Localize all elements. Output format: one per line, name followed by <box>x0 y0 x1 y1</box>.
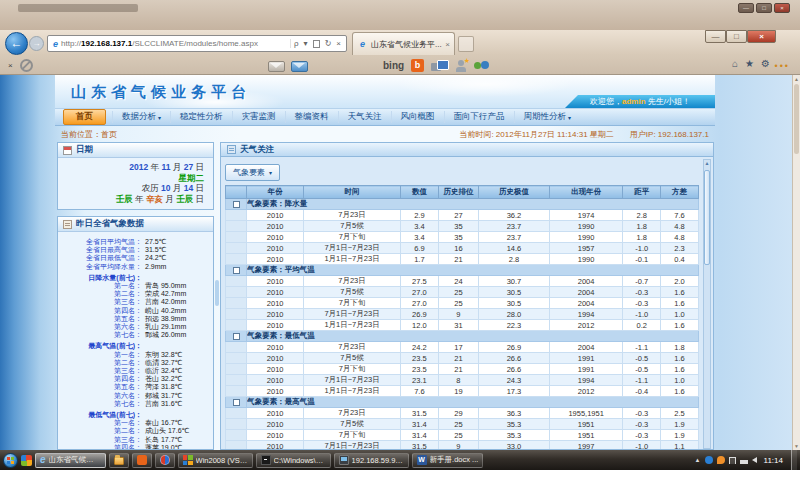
column-header[interactable]: 时间 <box>304 186 401 199</box>
scrollbar-thumb[interactable] <box>794 84 799 154</box>
bing-logo[interactable]: bing <box>383 60 404 71</box>
close-icon[interactable]: × <box>774 3 790 13</box>
tray-app-icon[interactable] <box>705 456 713 464</box>
checkbox-icon[interactable] <box>233 201 240 208</box>
column-header[interactable]: 历史极值 <box>479 186 550 199</box>
scrollbar-thumb[interactable] <box>704 170 710 265</box>
table-row[interactable]: 20107月1日~7月23日23.1824.31994-1.11.0 <box>226 375 699 386</box>
taskbar-button[interactable] <box>155 453 175 468</box>
hidden-icons-button[interactable]: ▲ <box>695 457 701 463</box>
nav-item-home[interactable]: 首页 <box>63 109 106 125</box>
people-icon[interactable] <box>474 60 489 72</box>
refresh-icon[interactable]: ↻ <box>325 39 332 48</box>
pinwheel-app-icon[interactable] <box>21 455 32 466</box>
nav-item[interactable]: 灾害监测 <box>232 111 285 123</box>
new-tab-button[interactable] <box>458 36 474 52</box>
table-row[interactable]: 20107月下旬3.43523.719901.84.8 <box>226 232 699 243</box>
scroll-up-icon[interactable]: ▲ <box>704 160 710 167</box>
address-bar[interactable]: e http://192.168.137.1/SLCCLIMATE/module… <box>47 35 347 52</box>
table-row[interactable]: 20107月23日24.21726.92004-1.11.8 <box>226 342 699 353</box>
start-button[interactable] <box>3 453 18 468</box>
taskbar-button[interactable]: e山东省气候业务平... <box>35 453 106 468</box>
nav-item[interactable]: 风向概图 <box>391 111 444 123</box>
column-header[interactable]: 方差 <box>661 186 699 199</box>
forward-button[interactable]: → <box>29 36 44 51</box>
stop-icon[interactable]: × <box>336 39 341 48</box>
tab-close-icon[interactable]: × <box>445 40 450 49</box>
minimize-icon[interactable]: — <box>738 3 754 13</box>
column-header[interactable]: 数值 <box>401 186 439 199</box>
checkbox-icon[interactable] <box>233 333 240 340</box>
volume-icon[interactable] <box>752 457 757 463</box>
taskbar-button[interactable] <box>132 453 152 468</box>
nav-item[interactable]: 稳定性分析 <box>170 111 232 123</box>
table-row[interactable]: 20107月5候23.52126.61991-0.51.6 <box>226 353 699 364</box>
nav-item[interactable]: 整编资料 <box>285 111 338 123</box>
back-button[interactable]: ← <box>5 32 28 55</box>
network-icon[interactable] <box>740 456 748 464</box>
show-desktop-button[interactable] <box>791 450 797 470</box>
taskbar-button[interactable]: W新手册.docx ... <box>412 453 484 468</box>
star-icon[interactable]: ★ <box>745 58 754 70</box>
close-button[interactable]: × <box>747 30 776 43</box>
nav-item[interactable]: 面向下行产品 <box>444 111 514 123</box>
browser-tab[interactable]: e 山东省气候业务平... × <box>352 32 455 55</box>
table-row[interactable]: 20107月下旬31.42535.31951-0.31.9 <box>226 430 699 441</box>
checkbox-icon[interactable] <box>233 399 240 406</box>
home-icon[interactable]: ⌂ <box>732 58 738 70</box>
chevron-down-icon[interactable]: ▾ <box>304 39 308 48</box>
splitter-handle[interactable] <box>215 280 219 306</box>
more-options-icon[interactable]: ••• <box>775 61 790 71</box>
table-row[interactable]: 20107月1日~7月23日31.5933.01997-1.01.1 <box>226 441 699 451</box>
cards-icon[interactable] <box>431 60 448 72</box>
send-icon[interactable] <box>291 61 308 72</box>
table-row[interactable]: 20101月1日~7月23日7.61917.32012-0.41.6 <box>226 386 699 397</box>
table-row[interactable]: 20107月1日~7月23日26.9928.01994-1.01.0 <box>226 309 699 320</box>
nav-item[interactable]: 天气关注 <box>338 111 391 123</box>
maximize-button[interactable]: □ <box>726 30 747 43</box>
table-row[interactable]: 20107月1日~7月23日6.91614.61957-1.02.3 <box>226 243 699 254</box>
action-center-flag-icon[interactable] <box>729 457 736 464</box>
blocked-icon[interactable] <box>20 59 33 72</box>
nav-item[interactable]: 周期性分析▾ <box>514 111 581 123</box>
taskbar-button[interactable] <box>109 453 129 468</box>
column-header[interactable]: 历史排位 <box>438 186 478 199</box>
element-dropdown-button[interactable]: 气象要素 ▾ <box>225 164 280 181</box>
toolbar-close-icon[interactable]: × <box>8 61 13 70</box>
nav-item[interactable]: 数据分析▾ <box>112 111 170 123</box>
table-row[interactable]: 20101月1日~7月23日12.03122.320120.21.6 <box>226 320 699 331</box>
table-row[interactable]: 20107月5候3.43523.719901.84.8 <box>226 221 699 232</box>
table-scrollbar[interactable]: ▲ <box>703 159 711 449</box>
checkbox-icon[interactable] <box>233 267 240 274</box>
table-row[interactable]: 20107月下旬23.52126.61991-0.51.6 <box>226 364 699 375</box>
mail-icon[interactable] <box>268 61 285 72</box>
browser-scrollbar[interactable]: ▲ ▼ <box>792 75 800 450</box>
scroll-up-icon[interactable]: ▲ <box>793 76 800 82</box>
column-header[interactable]: 距平 <box>623 186 661 199</box>
tray-cloud-icon[interactable] <box>717 456 725 464</box>
table-row[interactable]: 20107月23日2.92736.219742.87.6 <box>226 210 699 221</box>
column-header[interactable]: 年份 <box>247 186 304 199</box>
table-row[interactable]: 20107月23日27.52430.72004-0.72.0 <box>226 276 699 287</box>
taskbar-button[interactable]: 192.168.59.99... <box>334 453 409 468</box>
person-icon[interactable]: ★ <box>455 60 467 72</box>
url-text[interactable]: http://192.168.137.1/SLCCLIMATE/modules/… <box>61 39 290 48</box>
table-row[interactable]: 20101月1日~7月23日1.7212.81990-0.10.4 <box>226 254 699 265</box>
minimize-button[interactable]: — <box>705 30 726 43</box>
table-row[interactable]: 20107月下旬27.02530.52004-0.31.6 <box>226 298 699 309</box>
maximize-icon[interactable]: □ <box>756 3 772 13</box>
scroll-down-icon[interactable]: ▼ <box>793 443 800 449</box>
taskbar-clock[interactable]: 11:14 <box>764 456 783 465</box>
bing-box-icon[interactable]: b <box>411 59 424 72</box>
window-controls: — □ × <box>705 30 776 43</box>
taskbar-button[interactable]: C:\Windows\s... <box>256 453 331 468</box>
search-icon[interactable]: ρ <box>294 39 299 48</box>
column-header[interactable]: 出现年份 <box>549 186 622 199</box>
gear-icon[interactable]: ⚙ <box>761 58 770 70</box>
taskbar-button[interactable]: Win2008 (VS2... <box>178 453 253 468</box>
table-row[interactable]: 20107月5候27.02530.52004-0.31.6 <box>226 287 699 298</box>
table-row[interactable]: 20107月5候31.42535.31951-0.31.9 <box>226 419 699 430</box>
compatibility-view-icon[interactable] <box>313 40 320 48</box>
tab-title: 山东省气候业务平... <box>371 39 442 50</box>
table-row[interactable]: 20107月23日31.52936.31955,1951-0.32.5 <box>226 408 699 419</box>
